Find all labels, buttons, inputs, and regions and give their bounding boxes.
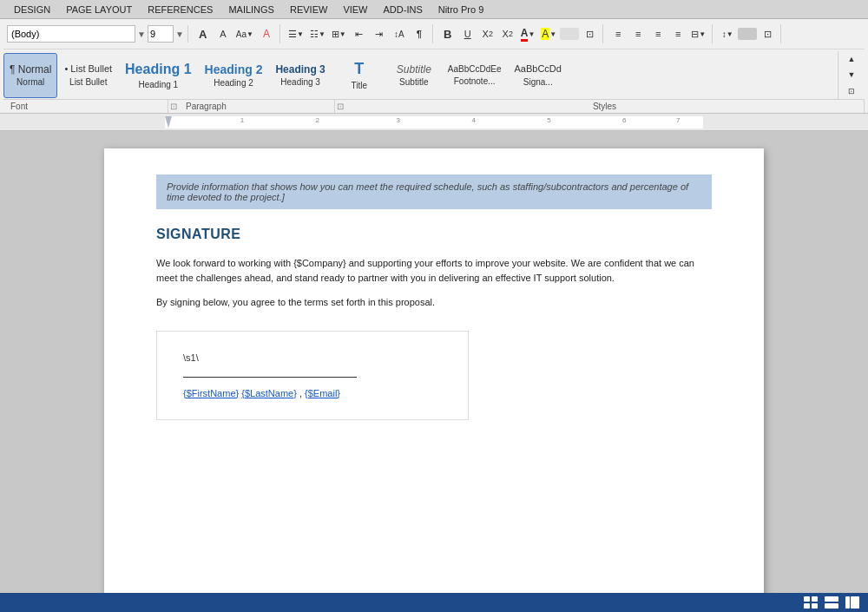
font-color-button[interactable]: A▼ [518,24,538,43]
ruler-inner: 1 2 3 4 5 6 7 [165,116,703,128]
menu-design[interactable]: DESIGN [7,3,57,16]
column-layout-button[interactable]: ⊟▼ [688,24,708,43]
font-size-dropdown-icon[interactable]: ▼ [175,30,184,39]
style-normal-preview: ¶ Normal [10,63,51,76]
ruler-indent-marker[interactable] [165,116,172,128]
style-heading1-label: Heading 1 [139,80,179,89]
menu-bar: DESIGN PAGE LAYOUT REFERENCES MAILINGS R… [0,0,868,19]
change-case-button[interactable]: Aa▼ [233,24,256,43]
menu-review[interactable]: REVIEW [283,3,334,16]
font-section-label: Font [3,100,168,113]
style-title[interactable]: T Title [332,53,386,98]
menu-add-ins[interactable]: ADD-INS [377,3,430,16]
style-list-bullet[interactable]: • List Bullet List Bullet [58,53,118,98]
styles-gallery-row: ¶ Normal Normal • List Bullet List Bulle… [3,49,865,99]
sig-line [183,377,357,378]
list-group: ☰▼ ☷▼ ⊞▼ ⇤ ⇥ ↕A ¶ [282,24,433,43]
sort-button[interactable]: ↕A [390,24,409,43]
style-heading3-label: Heading 3 [280,77,320,87]
signature-box: \s1\ {$FirstName} {$LastName} , {$Email} [156,331,469,420]
style-footnote[interactable]: AaBbCcDdEe Footnote... [442,53,508,98]
view-icon-1 [804,596,818,609]
font-group: ▼ ▼ [3,25,188,43]
bullet-list-button[interactable]: ☰▼ [286,24,306,43]
font-size-input[interactable] [148,25,174,43]
style-heading2[interactable]: Heading 2 Heading 2 [199,53,269,98]
highlighted-text-block: Provide information that shows how you c… [156,174,712,209]
align-left-button[interactable]: ≡ [608,24,628,43]
paragraph-section-label: Paragraph [179,100,335,113]
body-text-1: We look forward to working with {$Compan… [156,256,712,285]
style-heading3[interactable]: Heading 3 Heading 3 [269,53,331,98]
decrease-indent-button[interactable]: ⇤ [350,24,369,43]
style-footnote-label: Footnote... [454,76,496,86]
underline-button[interactable]: U [458,24,477,43]
sig-email[interactable]: {$Email} [305,388,340,398]
style-heading1-preview: Heading 1 [125,61,191,77]
border-style-button[interactable]: ⊡ [758,24,777,43]
style-heading3-preview: Heading 3 [275,63,325,76]
indent-group: ↕▼ ⊡ [714,24,781,43]
style-list-preview: • List Bullet [64,63,112,75]
alignment-group: ≡ ≡ ≡ ≡ ⊟▼ [605,24,713,43]
highlight-color-button[interactable]: A▼ [538,24,559,43]
shading-fill-button[interactable] [738,28,757,40]
superscript-button[interactable]: X2 [498,24,517,43]
menu-view[interactable]: VIEW [336,3,374,16]
align-justify-button[interactable]: ≡ [668,24,687,43]
style-sig-preview: AaBbCcDd [515,63,562,75]
style-heading1[interactable]: Heading 1 Heading 1 [119,53,197,98]
style-heading2-preview: Heading 2 [205,63,263,77]
shading-button[interactable] [560,28,579,40]
font-section-expand[interactable]: ⊡ [168,100,179,113]
border-button[interactable]: ⊡ [580,24,599,43]
status-view-btn-1[interactable] [802,595,819,610]
status-bar [0,593,868,612]
style-subtitle-preview: Subtitle [397,63,431,76]
svg-rect-7 [851,596,859,609]
status-view-btn-2[interactable] [823,595,840,610]
numbered-list-button[interactable]: ☷▼ [307,24,328,43]
svg-rect-3 [812,603,818,609]
line-spacing-button[interactable]: ↕▼ [718,24,737,43]
align-right-button[interactable]: ≡ [648,24,667,43]
shrink-font-button[interactable]: A [214,24,233,43]
styles-scroll-down-button[interactable]: ▼ [842,67,861,82]
menu-references[interactable]: REFERENCES [141,3,220,16]
svg-rect-0 [804,596,810,602]
body-text-2: By signing below, you agree to the terms… [156,295,712,310]
style-list-label: List Bullet [69,77,107,87]
font-name-dropdown-icon[interactable]: ▼ [137,30,146,39]
sig-first-name[interactable]: {$FirstName} [183,388,239,398]
style-subtitle[interactable]: Subtitle Subtitle [387,53,441,98]
font-name-input[interactable] [7,25,135,43]
sig-fields: {$FirstName} {$LastName} , {$Email} [183,388,442,398]
show-marks-button[interactable]: ¶ [410,24,429,43]
ribbon-labels: Font ⊡ Paragraph ⊡ Styles [3,99,865,113]
styles-scroll-up-button[interactable]: ▲ [842,51,861,67]
increase-indent-button[interactable]: ⇥ [370,24,389,43]
status-view-btn-3[interactable] [844,595,861,610]
paragraph-section-expand[interactable]: ⊡ [335,100,345,113]
menu-mailings[interactable]: MAILINGS [221,3,281,16]
ribbon-toolbar-row: ▼ ▼ A A Aa▼ A ☰▼ ☷▼ ⊞▼ ⇤ ⇥ ↕A ¶ B U X2 X… [3,21,865,49]
clear-formatting-button[interactable]: A [257,24,276,43]
document-page[interactable]: Provide information that shows how you c… [104,148,764,612]
subscript-button[interactable]: X2 [478,24,497,43]
menu-page-layout[interactable]: PAGE LAYOUT [59,3,139,16]
style-normal[interactable]: ¶ Normal Normal [3,53,57,98]
menu-nitro[interactable]: Nitro Pro 9 [431,3,491,16]
main-area: Provide information that shows how you c… [0,131,868,612]
align-center-button[interactable]: ≡ [628,24,648,43]
svg-rect-6 [845,596,850,609]
grow-font-button[interactable]: A [194,24,213,43]
ruler: 1 2 3 4 5 6 7 [0,114,868,131]
style-title-preview: T [354,60,364,79]
sig-last-name[interactable]: {$LastName} [241,388,297,398]
multilevel-list-button[interactable]: ⊞▼ [329,24,349,43]
bold-button[interactable]: B [438,24,457,43]
style-signature[interactable]: AaBbCcDd Signa... [509,53,568,98]
styles-section-label: Styles [345,100,865,113]
view-icon-3 [845,596,859,609]
styles-more-button[interactable]: ⊡ [842,83,861,99]
